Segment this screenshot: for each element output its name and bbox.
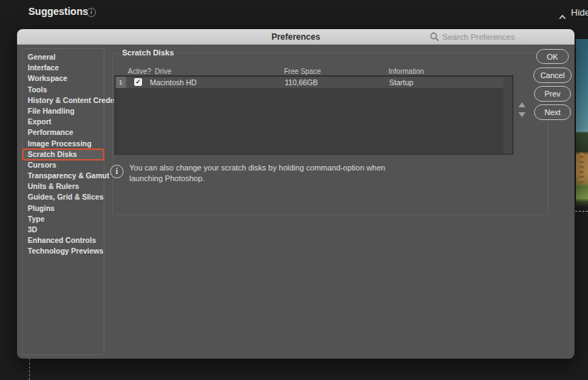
scratch-disks-group-label: Scratch Disks bbox=[119, 48, 178, 57]
next-button[interactable]: Next bbox=[534, 104, 571, 120]
sidebar-item-cursors[interactable]: Cursors bbox=[23, 160, 104, 170]
sidebar-item-enhanced-controls[interactable]: Enhanced Controls bbox=[23, 235, 104, 246]
magnifier-icon bbox=[430, 32, 440, 42]
scratch-disks-table[interactable]: 1✓Macintosh HD110,66GBStartup bbox=[114, 75, 513, 155]
suggestions-topbar: Suggestions i Hide bbox=[0, 0, 588, 29]
column-header-information: Information bbox=[388, 67, 424, 75]
prev-button[interactable]: Prev bbox=[534, 86, 571, 102]
sidebar-item-general[interactable]: General bbox=[23, 52, 104, 63]
drive-cell: Macintosh HD bbox=[150, 78, 197, 87]
preferences-dialog: Preferences Search Preferences GeneralIn… bbox=[17, 29, 575, 359]
selection-marquee-horizontal bbox=[575, 211, 588, 212]
hide-button[interactable]: Hide bbox=[571, 7, 588, 18]
information-cell: Startup bbox=[389, 78, 413, 87]
column-header-active: Active? bbox=[128, 67, 151, 75]
sidebar-item-performance[interactable]: Performance bbox=[23, 127, 104, 138]
sidebar-item-type[interactable]: Type bbox=[23, 214, 104, 224]
sidebar-item-tools[interactable]: Tools bbox=[23, 85, 104, 95]
sidebar-item-image-processing[interactable]: Image Processing bbox=[23, 139, 104, 149]
giraffe-photo-fragment bbox=[579, 153, 584, 183]
sidebar-item-plugins[interactable]: Plugins bbox=[23, 203, 104, 214]
scratch-disks-note: You can also change your scratch disks b… bbox=[129, 163, 396, 183]
sidebar-item-guides-grid-slices[interactable]: Guides, Grid & Slices bbox=[23, 192, 104, 202]
sidebar-item-history-content-credentials[interactable]: History & Content Credentials bbox=[23, 95, 104, 106]
sidebar-item-technology-previews[interactable]: Technology Previews bbox=[23, 246, 104, 256]
column-header-free-space: Free Space bbox=[284, 67, 321, 75]
sidebar-item-file-handling[interactable]: File Handling bbox=[23, 106, 104, 116]
row-index: 1 bbox=[116, 77, 126, 88]
info-icon[interactable]: i bbox=[87, 8, 96, 17]
active-checkbox[interactable]: ✓ bbox=[134, 78, 142, 86]
sidebar-item-scratch-disks[interactable]: Scratch Disks bbox=[23, 149, 104, 160]
selection-marquee-vertical bbox=[29, 359, 30, 380]
triangle-down-icon[interactable] bbox=[518, 112, 526, 117]
cancel-button[interactable]: Cancel bbox=[533, 67, 572, 83]
sidebar-item-export[interactable]: Export bbox=[23, 116, 104, 127]
ok-button[interactable]: OK bbox=[536, 49, 569, 64]
sidebar-item-transparency-gamut[interactable]: Transparency & Gamut bbox=[23, 170, 104, 181]
chevron-up-icon[interactable] bbox=[558, 10, 567, 23]
triangle-up-icon[interactable] bbox=[518, 102, 526, 107]
sidebar-item-interface[interactable]: Interface bbox=[23, 63, 104, 73]
dialog-header: Preferences Search Preferences bbox=[17, 29, 575, 45]
table-scrollbar[interactable] bbox=[503, 77, 512, 153]
info-circle-icon: i bbox=[110, 165, 124, 178]
preferences-sidebar: GeneralInterfaceWorkspaceToolsHistory & … bbox=[22, 48, 104, 355]
scratch-disk-row[interactable]: 1✓Macintosh HD110,66GBStartup bbox=[116, 77, 503, 89]
free-space-cell: 110,66GB bbox=[285, 78, 318, 87]
sidebar-item-units-rulers[interactable]: Units & Rulers bbox=[23, 181, 104, 192]
column-header-drive: Drive bbox=[155, 67, 171, 75]
suggestions-title: Suggestions bbox=[28, 6, 88, 17]
sidebar-list: GeneralInterfaceWorkspaceToolsHistory & … bbox=[23, 49, 104, 257]
search-placeholder: Search Preferences bbox=[442, 33, 515, 41]
sidebar-item-3d[interactable]: 3D bbox=[23, 224, 104, 235]
search-input[interactable]: Search Preferences bbox=[428, 31, 570, 43]
sidebar-item-workspace[interactable]: Workspace bbox=[23, 73, 104, 84]
